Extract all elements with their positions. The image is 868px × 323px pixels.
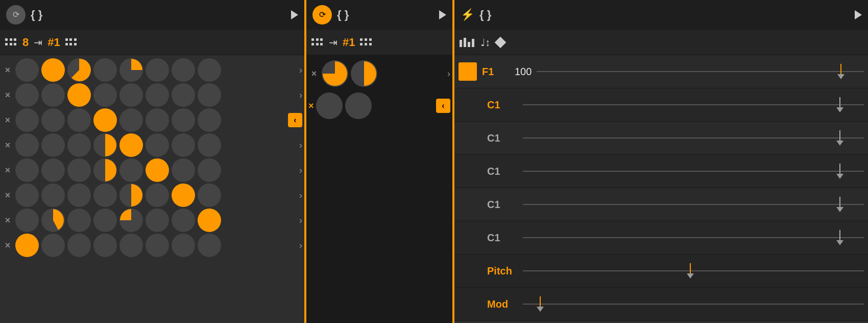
row-mute-1[interactable]: × <box>2 65 13 76</box>
note-slider[interactable] <box>523 95 864 115</box>
circle[interactable] <box>41 58 65 82</box>
circle[interactable] <box>172 83 195 107</box>
circle[interactable] <box>93 58 117 82</box>
circle[interactable] <box>198 83 221 107</box>
circle[interactable] <box>146 133 169 157</box>
circle[interactable] <box>172 158 195 182</box>
circle[interactable] <box>67 158 91 182</box>
circle[interactable] <box>119 58 143 82</box>
row-arrow-4[interactable]: › <box>299 140 302 151</box>
circle[interactable] <box>172 108 195 132</box>
circle[interactable] <box>172 58 195 82</box>
circle[interactable] <box>119 183 143 207</box>
slider-handle[interactable] <box>836 97 843 112</box>
circle[interactable] <box>67 133 91 157</box>
circle[interactable] <box>93 209 117 232</box>
right-play-button[interactable] <box>855 10 862 19</box>
circle[interactable] <box>198 58 221 82</box>
note-slider[interactable] <box>537 61 864 82</box>
circle[interactable] <box>67 209 91 232</box>
circle[interactable] <box>41 209 65 232</box>
circle[interactable] <box>67 108 91 132</box>
circle[interactable] <box>198 133 221 157</box>
circle[interactable] <box>15 133 39 157</box>
circle[interactable] <box>41 83 65 107</box>
row-mute-8[interactable]: × <box>2 240 13 251</box>
circle[interactable] <box>198 158 221 182</box>
mod-slider-handle[interactable] <box>537 296 544 312</box>
slider-handle[interactable] <box>836 164 843 179</box>
circle[interactable] <box>41 183 65 207</box>
mod-slider[interactable] <box>523 294 864 314</box>
circle[interactable] <box>198 108 221 132</box>
circle[interactable] <box>93 234 117 257</box>
circle[interactable] <box>322 60 348 87</box>
row-mute-6[interactable]: × <box>2 190 13 201</box>
circle[interactable] <box>146 234 169 257</box>
slider-handle[interactable] <box>836 197 843 212</box>
circle[interactable] <box>15 234 39 257</box>
circle[interactable] <box>172 209 195 232</box>
row-mute-7[interactable]: × <box>2 215 13 226</box>
slider-handle[interactable] <box>836 130 843 146</box>
mid-import-icon[interactable]: ⇥ <box>329 36 337 49</box>
circle[interactable] <box>93 83 117 107</box>
circle[interactable] <box>15 83 39 107</box>
circle[interactable] <box>93 108 117 132</box>
circle[interactable] <box>172 133 195 157</box>
mid-row-mute-1[interactable]: × <box>308 68 320 79</box>
circle[interactable] <box>345 93 372 119</box>
row-arrow-6[interactable]: › <box>299 190 302 201</box>
circle[interactable] <box>119 209 143 232</box>
slider-handle[interactable] <box>837 64 845 79</box>
mid-loop-icon[interactable]: ⟳ <box>312 5 332 25</box>
circle[interactable] <box>15 158 39 182</box>
circle[interactable] <box>41 133 65 157</box>
note-slider[interactable] <box>523 227 864 248</box>
circle[interactable] <box>41 158 65 182</box>
circle[interactable] <box>146 158 169 182</box>
circle[interactable] <box>15 209 39 232</box>
circle[interactable] <box>172 183 195 207</box>
row-arrow-1[interactable]: › <box>299 65 302 76</box>
circle[interactable] <box>41 234 65 257</box>
circle[interactable] <box>119 83 143 107</box>
circle[interactable] <box>93 158 117 182</box>
circle[interactable] <box>67 234 91 257</box>
circle[interactable] <box>67 58 91 82</box>
row-mute-4[interactable]: × <box>2 140 13 151</box>
circle[interactable] <box>119 108 143 132</box>
circle[interactable] <box>172 234 195 257</box>
circle[interactable] <box>198 183 221 207</box>
left-import-icon[interactable]: ⇥ <box>34 36 42 49</box>
circle[interactable] <box>41 108 65 132</box>
circle[interactable] <box>67 83 91 107</box>
row-mute-2[interactable]: × <box>2 90 13 101</box>
row-arrow-7[interactable]: › <box>299 215 302 226</box>
circle[interactable] <box>119 234 143 257</box>
circle[interactable] <box>198 234 221 257</box>
row-arrow-5[interactable]: › <box>299 165 302 176</box>
left-play-button[interactable] <box>291 10 298 19</box>
circle[interactable] <box>15 183 39 207</box>
circle[interactable] <box>146 83 169 107</box>
circle[interactable] <box>119 133 143 157</box>
circle[interactable] <box>198 209 221 232</box>
mid-play-button[interactable] <box>439 10 446 19</box>
note-slider[interactable] <box>523 194 864 215</box>
circle[interactable] <box>351 60 377 87</box>
circle[interactable] <box>146 58 169 82</box>
circle[interactable] <box>119 158 143 182</box>
pitch-slider[interactable] <box>523 261 864 281</box>
circle[interactable] <box>93 183 117 207</box>
circle[interactable] <box>146 108 169 132</box>
circle[interactable] <box>316 93 343 119</box>
circle[interactable] <box>67 183 91 207</box>
row-arrow-2[interactable]: › <box>299 90 302 101</box>
mid-row-arrow-1[interactable]: › <box>447 68 450 79</box>
circle[interactable] <box>93 133 117 157</box>
circle[interactable] <box>15 58 39 82</box>
row-mute-3[interactable]: × <box>2 115 13 126</box>
mid-row-mute-2[interactable]: × <box>308 101 314 111</box>
note-slider[interactable] <box>523 128 864 148</box>
